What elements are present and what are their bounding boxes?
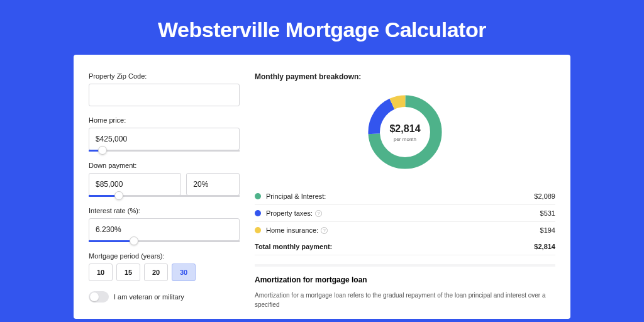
- price-label: Home price:: [89, 116, 240, 124]
- zip-label: Property Zip Code:: [89, 72, 240, 80]
- period-group: Mortgage period (years): 10152030: [89, 252, 240, 281]
- toggle-knob: [90, 292, 99, 301]
- price-slider[interactable]: [89, 150, 240, 152]
- rate-input[interactable]: [89, 218, 240, 241]
- breakdown-title: Monthly payment breakdown:: [255, 72, 555, 81]
- period-button-30[interactable]: 30: [172, 264, 196, 281]
- info-icon[interactable]: ?: [321, 227, 328, 234]
- veteran-toggle[interactable]: [89, 291, 109, 303]
- veteran-label: I am veteran or military: [114, 293, 184, 301]
- breakdown-column: Monthly payment breakdown: $2,814 per mo…: [255, 72, 555, 319]
- donut-chart: $2,814 per month: [255, 91, 555, 175]
- amortization-title: Amortization for mortgage loan: [255, 275, 555, 284]
- donut-center-value: $2,814: [389, 123, 420, 134]
- down-group: Down payment:: [89, 162, 240, 197]
- slider-thumb[interactable]: [130, 236, 138, 245]
- period-button-10[interactable]: 10: [89, 264, 113, 281]
- slider-thumb[interactable]: [114, 191, 123, 200]
- period-button-20[interactable]: 20: [144, 264, 168, 281]
- info-icon[interactable]: ?: [315, 210, 322, 217]
- total-label: Total monthly payment:: [255, 243, 534, 250]
- rate-label: Interest rate (%):: [89, 207, 240, 214]
- inputs-column: Property Zip Code: Home price: Down paym…: [89, 72, 240, 319]
- veteran-row: I am veteran or military: [89, 291, 240, 303]
- down-pct-input[interactable]: [186, 173, 240, 196]
- donut-center-sub: per month: [394, 136, 416, 142]
- price-input[interactable]: [89, 128, 240, 150]
- page-title: Websterville Mortgage Calculator: [0, 0, 644, 55]
- period-button-15[interactable]: 15: [116, 264, 140, 281]
- down-amount-input[interactable]: [89, 173, 181, 196]
- price-group: Home price:: [89, 116, 240, 152]
- amortization-section: Amortization for mortgage loan Amortizat…: [255, 264, 555, 309]
- total-value: $2,814: [534, 243, 555, 250]
- down-slider[interactable]: [89, 195, 240, 197]
- zip-group: Property Zip Code:: [89, 72, 240, 106]
- breakdown-value: $194: [540, 226, 555, 234]
- legend-dot: [255, 193, 261, 199]
- breakdown-row-principal: Principal & Interest:$2,089: [255, 188, 555, 205]
- zip-input[interactable]: [89, 84, 240, 106]
- breakdown-value: $2,089: [534, 192, 555, 200]
- rate-slider[interactable]: [89, 240, 240, 242]
- breakdown-row-taxes: Property taxes:?$531: [255, 205, 555, 222]
- breakdown-label: Property taxes:?: [266, 209, 540, 217]
- total-row: Total monthly payment: $2,814: [255, 238, 555, 255]
- breakdown-label: Principal & Interest:: [266, 192, 534, 200]
- breakdown-label: Home insurance:?: [266, 226, 540, 234]
- legend-dot: [255, 227, 261, 233]
- breakdown-row-insurance: Home insurance:?$194: [255, 222, 555, 238]
- breakdown-value: $531: [540, 209, 555, 217]
- period-label: Mortgage period (years):: [89, 252, 240, 260]
- down-label: Down payment:: [89, 162, 240, 169]
- rate-group: Interest rate (%):: [89, 207, 240, 242]
- amortization-text: Amortization for a mortgage loan refers …: [255, 291, 555, 309]
- slider-thumb[interactable]: [98, 146, 107, 155]
- calculator-card: Property Zip Code: Home price: Down paym…: [74, 55, 570, 319]
- legend-dot: [255, 210, 261, 216]
